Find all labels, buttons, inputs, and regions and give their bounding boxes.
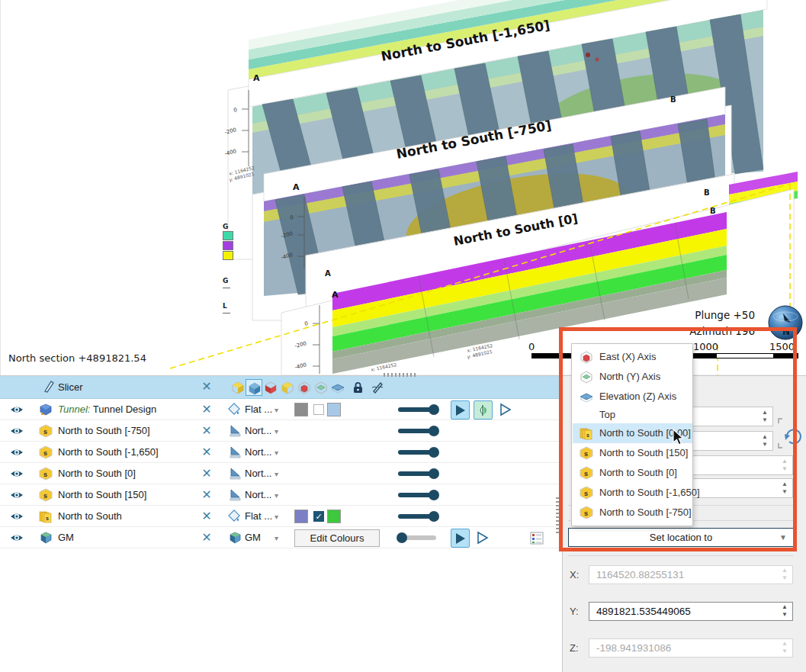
chevron-down-icon[interactable]: ▾ (275, 427, 284, 435)
shape-row-tunnel[interactable]: Tunnel: Tunnel Design ✕ Flat ... ▾ (0, 399, 562, 420)
colour-swatch-gray[interactable] (294, 403, 308, 416)
menu-item-east-x-axis[interactable]: East (X) Axis (573, 347, 692, 367)
chevron-down-icon: ▼ (779, 529, 787, 546)
legend-label-l: L (223, 302, 241, 310)
remove-shape-button[interactable]: ✕ (200, 403, 214, 416)
visibility-eye-icon[interactable] (10, 446, 24, 458)
chevron-down-icon[interactable]: ▾ (275, 534, 284, 542)
legend-list-icon[interactable] (528, 529, 547, 548)
plunge-readout: Plunge +50 (695, 309, 755, 321)
slice-mode-remove-back-icon[interactable] (279, 379, 296, 396)
opacity-slider[interactable] (398, 449, 436, 455)
panel-splitter-vertical-handle[interactable] (556, 497, 560, 534)
opacity-slider[interactable] (398, 535, 436, 541)
x-coordinate-field[interactable]: 1164520.88255131▲▼ (589, 565, 793, 584)
compass-orb[interactable]: N (768, 304, 803, 341)
colour-swatch-green[interactable] (327, 510, 341, 523)
scene-viewport[interactable]: North to South [-1,650] 0 -200 -400 (0, 0, 806, 375)
menu-item-north-to-south--750[interactable]: s North to South [-750] (573, 503, 692, 522)
colour-swatch-purple[interactable] (294, 510, 308, 523)
chevron-down-icon[interactable]: ▾ (275, 449, 284, 456)
chevron-down-icon[interactable]: ▾ (275, 513, 284, 520)
visibility-eye-icon[interactable] (10, 468, 24, 480)
panel-splitter-handle[interactable] (384, 373, 416, 377)
svg-text:s: s (584, 510, 588, 517)
colour-swatch-lightblue[interactable] (327, 403, 341, 416)
opacity-slider[interactable] (398, 513, 436, 519)
shader-select[interactable]: Nort... (245, 425, 275, 436)
opacity-slider[interactable] (398, 407, 436, 413)
section-icon: s (39, 467, 53, 481)
shape-row-section[interactable]: s North to South [-750] ✕ Nort... ▾ (0, 420, 562, 442)
checkbox-checked[interactable]: ✓ (313, 511, 324, 522)
compass-n-label: N (782, 326, 790, 337)
chevron-down-icon[interactable]: ▾ (275, 470, 284, 477)
z-coordinate-field[interactable]: -198.941931086▲▼ (589, 638, 793, 658)
remove-shape-button[interactable]: ✕ (200, 467, 214, 481)
visibility-eye-icon[interactable] (10, 404, 24, 416)
render-front-button[interactable] (451, 529, 470, 548)
shape-label: North to South [-750] (58, 425, 150, 436)
remove-slicer-button[interactable]: ✕ (200, 380, 214, 394)
visibility-eye-icon[interactable] (10, 425, 24, 437)
remove-shape-button[interactable]: ✕ (200, 488, 214, 502)
menu-item-north-y-axis[interactable]: North (Y) Axis (573, 367, 692, 387)
svg-text:s: s (43, 471, 47, 478)
reset-orientation-icon[interactable] (778, 416, 805, 451)
menu-item-north-to-south-0[interactable]: s North to South [0] (573, 463, 692, 483)
slicer-header-row[interactable]: Slicer ✕ (0, 376, 562, 399)
checkbox-unchecked[interactable] (313, 404, 324, 415)
shape-row-section[interactable]: s North to South [-1,650] ✕ Nort... ▾ (0, 442, 562, 463)
edit-colours-button[interactable]: Edit Colours (294, 529, 380, 547)
shape-row-section[interactable]: s North to South [150] ✕ Nort... ▾ (0, 484, 562, 506)
opacity-slider[interactable] (398, 492, 436, 498)
y-coordinate-field[interactable]: 4891821.535449065▲▼ (589, 602, 793, 621)
menu-item-north-to-south--1650[interactable]: s North to South [-1,650] (573, 483, 692, 503)
shader-select[interactable]: GM (245, 532, 275, 543)
remove-shape-button[interactable]: ✕ (200, 445, 214, 459)
shader-select[interactable]: Flat ... (245, 404, 275, 415)
visibility-eye-icon[interactable] (10, 532, 24, 544)
slice-mode-none-icon[interactable] (230, 379, 246, 396)
opacity-slider[interactable] (398, 471, 436, 477)
opacity-slider[interactable] (398, 428, 436, 434)
chevron-down-icon[interactable]: ▾ (275, 491, 284, 499)
north-y-axis-icon (580, 370, 593, 384)
legend-swatch-yellow (223, 251, 233, 260)
section-icon: s (39, 424, 53, 438)
slice-mode-active-icon[interactable] (246, 379, 262, 396)
shader-select[interactable]: Nort... (245, 468, 275, 479)
set-location-to-dropdown[interactable]: Set location to▼ (568, 528, 794, 547)
visibility-eye-icon[interactable] (10, 489, 24, 501)
visibility-eye-icon[interactable] (10, 510, 24, 522)
shader-select[interactable]: Nort... (245, 489, 275, 500)
menu-item-elevation-z-axis[interactable]: Elevation (Z) Axis (573, 387, 692, 407)
remove-shape-button[interactable]: ✕ (200, 510, 214, 523)
render-front-button[interactable] (451, 400, 470, 420)
shape-row-section[interactable]: s North to South [0] ✕ Nort... ▾ (0, 463, 562, 484)
slice-mode-thin-icon[interactable] (313, 379, 329, 396)
svg-text:s: s (43, 492, 47, 500)
slice-mode-plane-icon[interactable] (329, 379, 346, 396)
menu-item-top[interactable]: Top (573, 405, 692, 425)
shape-row-gm[interactable]: GM ✕ GM ▾ Edit Colours (0, 527, 562, 548)
slice-mode-thick-icon[interactable] (296, 379, 313, 396)
render-back-button[interactable] (474, 529, 493, 548)
elevation-z-axis-icon (580, 390, 593, 404)
flip-faces-button[interactable] (474, 400, 493, 420)
gm-shader-icon (228, 531, 242, 545)
shape-label: GM (58, 532, 74, 543)
remove-shape-button[interactable]: ✕ (200, 424, 214, 438)
shader-select[interactable]: Nort... (245, 446, 275, 458)
shader-select[interactable]: Flat ... (245, 510, 275, 522)
slice-mode-remove-front-icon[interactable] (262, 379, 279, 396)
lock-icon[interactable] (349, 379, 366, 396)
slicer-tool-icon[interactable] (369, 379, 386, 396)
svg-text:s: s (584, 490, 588, 497)
mouse-cursor (671, 429, 686, 447)
chevron-down-icon[interactable]: ▾ (275, 406, 284, 413)
remove-shape-button[interactable]: ✕ (200, 531, 214, 545)
render-back-button[interactable] (496, 400, 515, 420)
ruler-shader-icon (228, 445, 242, 459)
shape-row-sections-stack[interactable]: s North to South ✕ Flat ... ▾ ✓ (0, 506, 562, 527)
